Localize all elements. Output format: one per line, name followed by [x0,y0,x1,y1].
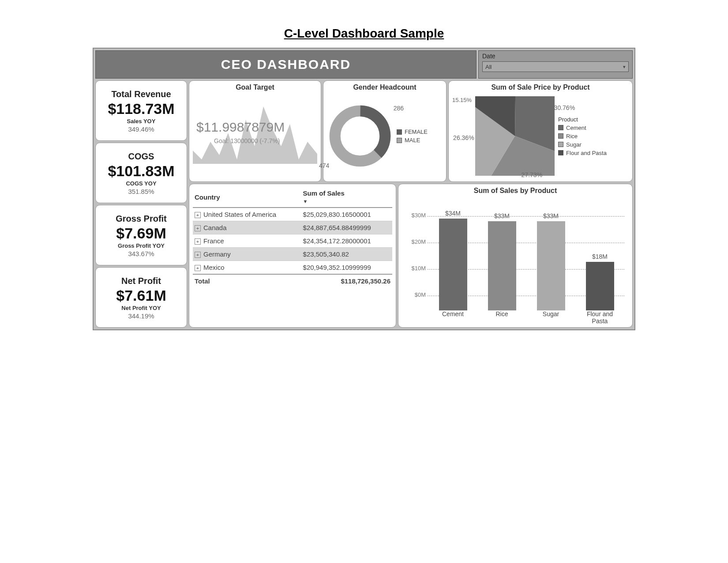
cell-text: $23,505,340.82 [301,248,392,261]
bar[interactable] [537,221,565,310]
panel-title: Goal Target [193,83,317,91]
right-area: Goal Target $11.9987879M Goal: 13000000 … [189,80,633,328]
kpi-sub: Net Profit YOY [98,305,185,311]
date-filter-label: Date [482,53,629,60]
sales-by-product-bar-panel[interactable]: Sum of Sales by Product $30M $20M $10M $… [398,184,633,328]
pie-legend: Product Cement Rice Sugar Flour and Past… [558,116,607,156]
y-tick: $30M [402,212,426,219]
goal-value: $11.9987879M [196,120,285,135]
kpi-title: Gross Profit [98,214,185,224]
legend-text: Cement [566,125,586,131]
legend-text: FEMALE [405,128,428,135]
table-row[interactable]: +United States of America $25,029,830.16… [193,208,392,221]
kpi-column: Total Revenue $118.73M Sales YOY 349.46%… [95,80,187,328]
table-row[interactable]: +France $24,354,172.28000001 [193,234,392,248]
th-text: Country [195,193,220,201]
table-total-row: Total $118,726,350.26 [193,274,392,287]
cell-text: Mexico [203,264,225,271]
kpi-value: $101.83M [98,163,185,179]
goal-target-panel[interactable]: Goal Target $11.9987879M Goal: 13000000 … [189,80,321,182]
pie-label-4: 26.36% [453,134,474,141]
x-label: Sugar [533,310,569,325]
swatch-icon [558,133,563,139]
sale-price-pie-panel[interactable]: Sum of Sale Price by Product 15.15% 30.7… [448,80,633,182]
pie-label-3: 27.73% [522,171,542,178]
goal-sub: Goal: 13000000 (-7.7%) [214,137,280,144]
x-label: Cement [435,310,471,325]
kpi-total-revenue[interactable]: Total Revenue $118.73M Sales YOY 349.46% [95,80,187,141]
expand-icon[interactable]: + [195,238,201,245]
swatch-icon [558,142,563,147]
kpi-value: $7.61M [98,288,185,304]
legend-item: FEMALE [397,128,428,135]
cell-text: Total [193,274,301,287]
cell-text: United States of America [203,211,276,218]
legend-text: Sugar [566,141,582,148]
legend-item: Cement [558,125,607,131]
cell-text: $20,949,352.10999999 [301,261,392,275]
kpi-title: COGS [98,151,185,162]
expand-icon[interactable]: + [195,252,201,258]
kpi-pct: 351.85% [98,188,185,195]
legend-title: Product [558,116,607,123]
y-tick: $0M [402,291,426,298]
table-header-country[interactable]: Country [193,187,301,208]
kpi-cogs[interactable]: COGS $101.83M COGS YOY 351.85% [95,143,187,203]
x-label: Rice [484,310,520,325]
cell-text: Germany [203,250,231,258]
date-filter-select[interactable]: All ▾ [482,61,629,72]
bar-value-label: $33M [494,212,510,219]
kpi-net-profit[interactable]: Net Profit $7.61M Net Profit YOY 344.19% [95,267,187,328]
kpi-value: $7.69M [98,226,185,242]
bar[interactable] [586,262,614,310]
country-sales-table: Country Sum of Sales▼ +United States of … [193,187,392,287]
pie-icon [475,96,555,176]
expand-icon[interactable]: + [195,225,201,231]
bar-value-label: $34M [445,210,461,217]
kpi-pct: 344.19% [98,312,185,320]
panel-title: Sum of Sales by Product [402,187,629,195]
cell-text: $118,726,350.26 [301,274,392,287]
expand-icon[interactable]: + [195,212,201,218]
kpi-sub: Sales YOY [98,118,185,125]
bar-wrap: $18M [582,253,618,310]
table-row[interactable]: +Germany $23,505,340.82 [193,248,392,261]
legend-item: Flour and Pasta [558,150,607,156]
table-row[interactable]: +Mexico $20,949,352.10999999 [193,261,392,275]
bar-wrap: $33M [484,212,520,310]
kpi-sub: COGS YOY [98,180,185,187]
date-filter-value: All [485,64,492,70]
bar[interactable] [439,219,467,310]
donut-chart: 286 474 [327,103,393,169]
bar-wrap: $34M [435,210,471,310]
th-text: Sum of Sales [303,189,345,197]
pie-wrap: 15.15% 30.76% 27.73% 26.36% [452,93,629,179]
pie-label-1: 15.15% [452,97,472,103]
pie-label-2: 30.76% [554,104,575,111]
gender-headcount-panel[interactable]: Gender Headcount 286 474 FEMALE [323,80,447,182]
swatch-icon [558,150,563,155]
expand-icon[interactable]: + [195,265,201,271]
country-sales-table-panel[interactable]: Country Sum of Sales▼ +United States of … [189,184,396,328]
page-title: C-Level Dashboard Sample [9,26,719,41]
legend-item: Rice [558,133,607,140]
legend-item: Sugar [558,141,607,148]
pie-chart: 30.76% 27.73% 26.36% [475,96,555,176]
donut-female-label: 286 [394,105,404,112]
bar-value-label: $18M [592,253,608,260]
kpi-title: Total Revenue [98,89,185,99]
legend-text: Flour and Pasta [566,150,607,156]
x-label: Flour and Pasta [582,310,618,325]
kpi-title: Net Profit [98,276,185,286]
kpi-pct: 349.46% [98,125,185,133]
x-labels: CementRiceSugarFlour and Pasta [428,310,624,325]
kpi-gross-profit[interactable]: Gross Profit $7.69M Gross Profit YOY 343… [95,205,187,265]
donut-wrap: 286 474 FEMALE MALE [327,93,443,179]
cell-text: $24,354,172.28000001 [301,234,392,248]
bar-chart: $30M $20M $10M $0M $34M$33M$33M$18M Ceme… [402,196,629,325]
bar[interactable] [488,221,516,310]
table-header-sales[interactable]: Sum of Sales▼ [301,187,392,208]
kpi-value: $118.73M [98,101,185,117]
table-row[interactable]: +Canada $24,887,654.88499999 [193,221,392,234]
date-filter: Date All ▾ [478,50,633,79]
